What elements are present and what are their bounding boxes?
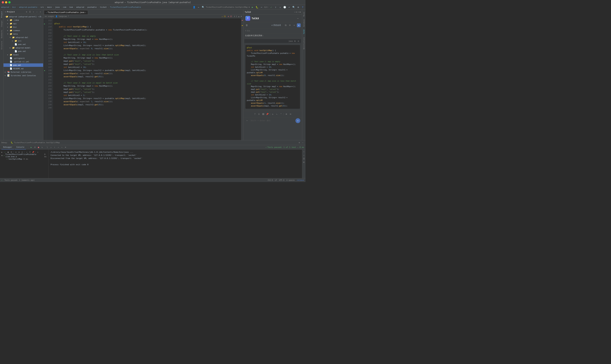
- info-bar-arrow-up[interactable]: ▲: [238, 15, 239, 17]
- talkx-history-btn[interactable]: ↺ 历史会话: [270, 23, 282, 27]
- tree-pom-dal[interactable]: 📄 pom.xml: [3, 43, 43, 46]
- status-branch[interactable]: release: [297, 179, 304, 181]
- bottom-right-icon3[interactable]: ☰: [302, 157, 305, 160]
- tab-debugger[interactable]: Debugger: [1, 145, 14, 149]
- talkx-new-chat-btn[interactable]: +: [297, 23, 301, 27]
- run-to-cursor-icon[interactable]: →: [57, 146, 60, 149]
- step-out-icon[interactable]: ↑: [53, 146, 56, 149]
- bottom-right-icon2[interactable]: ↓: [302, 154, 305, 156]
- debug-item-main[interactable]: ▼ ✓ TicketPositionPricePushable (com.bxm…: [0, 154, 48, 157]
- tree-api[interactable]: ▶ 📁 api: [3, 22, 43, 25]
- sidebar-changes-label[interactable]: Changes: [1, 20, 3, 27]
- tree-model[interactable]: ▶ 📁 adsprod-model: [3, 46, 43, 50]
- tree-scratches[interactable]: ▶ 📝 Scratches and Consoles: [3, 74, 43, 77]
- step-into-icon[interactable]: ↓: [49, 146, 52, 149]
- filter-icon[interactable]: ⊟: [15, 151, 17, 153]
- status-lf[interactable]: LF: [275, 179, 277, 181]
- talkx-send-btn[interactable]: ↑: [296, 118, 300, 123]
- clock-icon2[interactable]: ⏱: [29, 151, 31, 153]
- expand-icon[interactable]: ⊞: [18, 151, 20, 153]
- search-path-icon[interactable]: 🔍: [201, 6, 205, 9]
- sidebar-project-label[interactable]: Project: [1, 11, 3, 18]
- maven-tab[interactable]: Maven: [303, 10, 305, 18]
- panel-collapse-icon[interactable]: –: [36, 11, 38, 13]
- undo-icon[interactable]: ↩: [287, 6, 291, 9]
- talkx-arrow-btn[interactable]: ↖: [275, 113, 278, 116]
- tree-gitlab-ci[interactable]: 📄 .gitlab-ci.yml: [3, 60, 43, 63]
- sidebar-structure-label[interactable]: Structure: [1, 41, 3, 50]
- talkx-more-btn[interactable]: ⋯: [296, 16, 300, 20]
- tree-gitignore[interactable]: 📄 .gitignore: [3, 56, 43, 60]
- bottom-tab-debug[interactable]: 🐛 TicketPositionPricePushable.testSplitM…: [9, 141, 62, 145]
- code-copy-icon[interactable]: ⧉: [294, 40, 296, 42]
- panel-sort-icon[interactable]: ↕: [32, 11, 35, 13]
- talkx-pin-btn[interactable]: 📌: [266, 113, 269, 116]
- panel-more-icon[interactable]: ⋯: [294, 11, 296, 13]
- trace-icon[interactable]: ≡: [64, 146, 67, 149]
- tree-common[interactable]: ▶ 📁 common: [3, 29, 43, 32]
- tree-biz[interactable]: ▶ 📁 biz: [3, 25, 43, 29]
- tree-idea[interactable]: ▶ 📁 .idea: [3, 18, 43, 22]
- talkx-close-btn2[interactable]: ✕: [292, 23, 296, 27]
- tree-src[interactable]: ▶ 📁 src: [3, 39, 43, 43]
- status-position[interactable]: 212:9: [268, 179, 273, 181]
- code-expand-icon[interactable]: ⊡: [297, 40, 299, 42]
- editor-scrollbar[interactable]: [241, 18, 243, 140]
- tree-readme[interactable]: 📄 README.md: [3, 67, 43, 70]
- minimize-button[interactable]: [5, 1, 7, 3]
- code-editor[interactable]: @Test public void testSplitMap() { Ticke…: [53, 18, 241, 140]
- back-icon[interactable]: ←: [197, 6, 200, 9]
- pause-icon[interactable]: ⏸: [33, 146, 36, 149]
- talkx-copy-btn[interactable]: ⧉: [284, 23, 287, 27]
- debug-icon[interactable]: 🐛: [255, 6, 259, 9]
- panel-expand-icon[interactable]: m: [299, 11, 301, 13]
- bottom-close-icon[interactable]: –: [301, 141, 304, 144]
- step-over-icon[interactable]: ⤵: [46, 146, 49, 149]
- talkx-help-btn[interactable]: ?: [253, 113, 257, 116]
- info-bar-arrow-down[interactable]: ▼: [241, 15, 242, 17]
- git-push-icon[interactable]: ↑: [274, 6, 277, 9]
- tab-close-btn[interactable]: ✕: [85, 12, 86, 13]
- panel-settings-icon2[interactable]: ⚙: [296, 11, 297, 13]
- bottom-settings-icon[interactable]: ⚙: [298, 141, 301, 144]
- tree-ext-libs[interactable]: ▶ 📚 External Libraries: [3, 70, 43, 74]
- user-icon[interactable]: 👤: [192, 6, 196, 9]
- nav-bxm[interactable]: bxm: [69, 6, 73, 8]
- nav-adsprod[interactable]: adsprod: [1, 6, 9, 8]
- talkx-delete-btn[interactable]: 🗑: [245, 23, 248, 27]
- play-icon[interactable]: ▶: [1, 151, 3, 153]
- nav-file[interactable]: TicketPositionPricePushable: [110, 6, 141, 8]
- tree-pom[interactable]: 📄 pom.xml: [3, 63, 43, 67]
- talkx-table-btn[interactable]: ⊞: [285, 113, 288, 116]
- editor-tab-main[interactable]: ☕ TicketPositionPricePushable.java ✕: [44, 10, 88, 14]
- nav-src[interactable]: src: [40, 6, 44, 8]
- close-button[interactable]: [2, 1, 4, 3]
- list-icon[interactable]: ☰: [10, 151, 13, 153]
- nav-ticket[interactable]: ticket: [100, 6, 107, 8]
- resume-icon[interactable]: ▶: [30, 146, 33, 149]
- panel-settings-icon[interactable]: ⚙: [25, 11, 28, 13]
- window-controls[interactable]: [2, 1, 11, 3]
- settings-icon[interactable]: ⚙: [297, 6, 300, 9]
- pin-icon[interactable]: 📌: [32, 151, 34, 153]
- status-indent[interactable]: 4 spaces: [286, 179, 295, 181]
- nav-adsprod2[interactable]: adsprod: [76, 6, 84, 8]
- check-icon[interactable]: ✓: [4, 151, 6, 153]
- nav-biz[interactable]: biz: [12, 6, 16, 8]
- talkx-back-btn[interactable]: ←: [245, 119, 249, 123]
- tree-root[interactable]: ▼ 📁 adsprod [adsprod-parent] ~/D...: [3, 15, 43, 18]
- tree-pom-model[interactable]: 📄 pom.xml: [3, 50, 43, 53]
- nav-com[interactable]: com: [63, 6, 66, 8]
- evaluate-icon[interactable]: ⌁: [60, 146, 63, 149]
- talkx-cursor-btn[interactable]: ⌃: [280, 113, 283, 116]
- panel-minimize-icon[interactable]: –: [298, 11, 299, 13]
- run-gutter-icon[interactable]: ▶: [43, 22, 46, 25]
- stop-icon2[interactable]: ■: [7, 151, 9, 153]
- panel-close-icon[interactable]: ✕: [39, 11, 42, 13]
- talkx-info-btn[interactable]: ℹ: [258, 113, 261, 116]
- nav-adsprod-pushable[interactable]: adsprod-pushable: [19, 6, 37, 8]
- clock-icon[interactable]: 🕐: [283, 6, 286, 9]
- sort-icon[interactable]: ↕: [26, 151, 28, 153]
- database-tab[interactable]: Database: [303, 18, 305, 28]
- notifications-tab[interactable]: Notifications: [303, 36, 305, 51]
